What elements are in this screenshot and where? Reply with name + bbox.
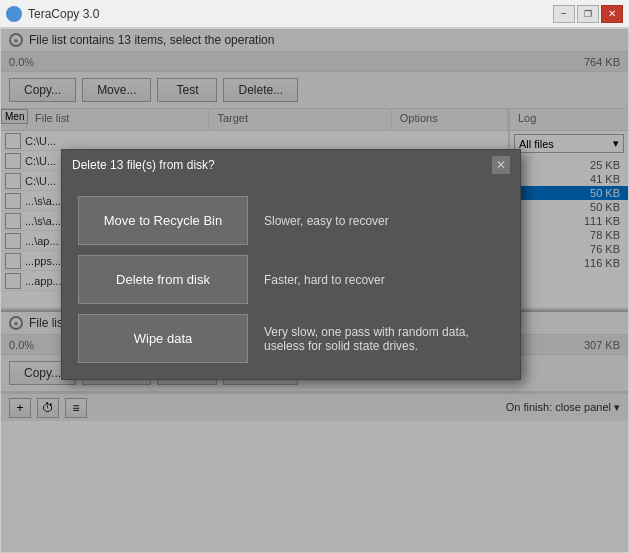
modal-option-2: Delete from disk Faster, hard to recover [78, 255, 504, 304]
close-button[interactable]: ✕ [601, 5, 623, 23]
recycle-bin-button[interactable]: Move to Recycle Bin [78, 196, 248, 245]
restore-button[interactable]: ❐ [577, 5, 599, 23]
delete-dialog: Delete 13 file(s) from disk? ✕ Move to R… [61, 149, 521, 380]
modal-title: Delete 13 file(s) from disk? [72, 158, 215, 172]
app-icon [6, 6, 22, 22]
minimize-button[interactable]: − [553, 5, 575, 23]
title-bar-left: TeraCopy 3.0 [6, 6, 99, 22]
wipe-data-button[interactable]: Wipe data [78, 314, 248, 363]
delete-disk-button[interactable]: Delete from disk [78, 255, 248, 304]
modal-option-1: Move to Recycle Bin Slower, easy to reco… [78, 196, 504, 245]
recycle-bin-desc: Slower, easy to recover [264, 214, 504, 228]
title-bar: TeraCopy 3.0 − ❐ ✕ [0, 0, 629, 28]
modal-option-3: Wipe data Very slow, one pass with rando… [78, 314, 504, 363]
wipe-data-desc: Very slow, one pass with random data, us… [264, 325, 504, 353]
wipe-data-label: Wipe data [134, 331, 193, 346]
app-title: TeraCopy 3.0 [28, 7, 99, 21]
modal-body: Move to Recycle Bin Slower, easy to reco… [62, 180, 520, 379]
title-bar-controls: − ❐ ✕ [553, 5, 623, 23]
recycle-bin-label: Move to Recycle Bin [104, 213, 223, 228]
delete-disk-desc: Faster, hard to recover [264, 273, 504, 287]
main-window: ● File list contains 13 items, select th… [0, 28, 629, 553]
modal-overlay: Delete 13 file(s) from disk? ✕ Move to R… [1, 29, 628, 552]
modal-close-button[interactable]: ✕ [492, 156, 510, 174]
delete-disk-label: Delete from disk [116, 272, 210, 287]
modal-title-bar: Delete 13 file(s) from disk? ✕ [62, 150, 520, 180]
